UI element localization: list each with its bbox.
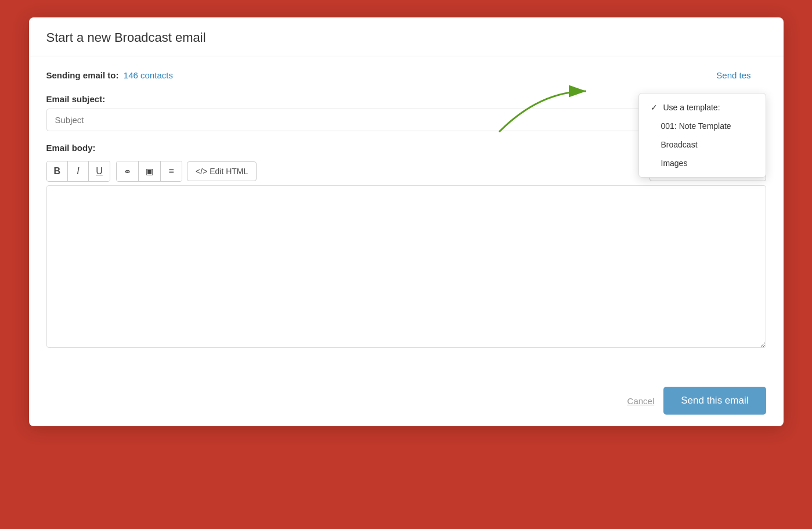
text-format-group: B I U [46,161,111,182]
list-icon: ≡ [168,166,174,177]
edit-html-button[interactable]: </> Edit HTML [187,161,257,181]
bold-button[interactable]: B [47,161,68,181]
send-email-button[interactable]: Send this email [663,387,766,415]
list-button[interactable]: ≡ [161,161,182,181]
toolbar-left: B I U ⚭ [46,157,257,185]
link-button[interactable]: ⚭ [117,161,139,181]
template-item-1-label: Broadcast [661,140,698,149]
underline-button[interactable]: U [89,161,110,181]
modal-header: Start a new Broadcast email [29,17,784,56]
cancel-button[interactable]: Cancel [627,396,655,406]
edit-html-label: </> Edit HTML [196,167,248,176]
underline-icon: U [96,166,103,177]
template-item-1[interactable]: Broadcast [639,135,766,154]
template-use-template-label: Use a template: [663,103,720,112]
sending-label: Sending email to: 146 contacts [46,70,173,80]
modal-body: Sending email to: 146 contacts Send tes … [29,56,784,375]
image-icon: ▣ [146,167,153,176]
link-icon: ⚭ [124,166,131,177]
italic-button[interactable]: I [68,161,89,181]
media-group: ⚭ ▣ ≡ [116,161,182,182]
sending-label-text: Sending email to: [46,70,119,80]
template-item-0[interactable]: 001: Note Template [639,117,766,135]
sending-row: Sending email to: 146 contacts Send tes … [46,70,766,80]
bold-icon: B [54,166,61,177]
body-editor[interactable] [46,185,766,348]
italic-icon: I [77,166,79,177]
image-button[interactable]: ▣ [139,161,161,181]
modal-footer: Cancel Send this email [29,375,784,426]
send-test-link[interactable]: Send tes [716,70,750,80]
template-item-2[interactable]: Images [639,154,766,172]
template-use-template[interactable]: Use a template: [639,98,766,117]
template-item-2-label: Images [661,159,688,168]
template-dropdown-menu: Use a template: 001: Note Template Broad… [638,93,766,178]
right-actions: Send tes Use a template: 001: Note Templ… [716,70,766,80]
contacts-link[interactable]: 146 contacts [124,70,173,80]
template-item-0-label: 001: Note Template [661,121,731,131]
modal-title: Start a new Broadcast email [46,30,766,45]
modal: Start a new Broadcast email Sending emai… [29,17,784,426]
